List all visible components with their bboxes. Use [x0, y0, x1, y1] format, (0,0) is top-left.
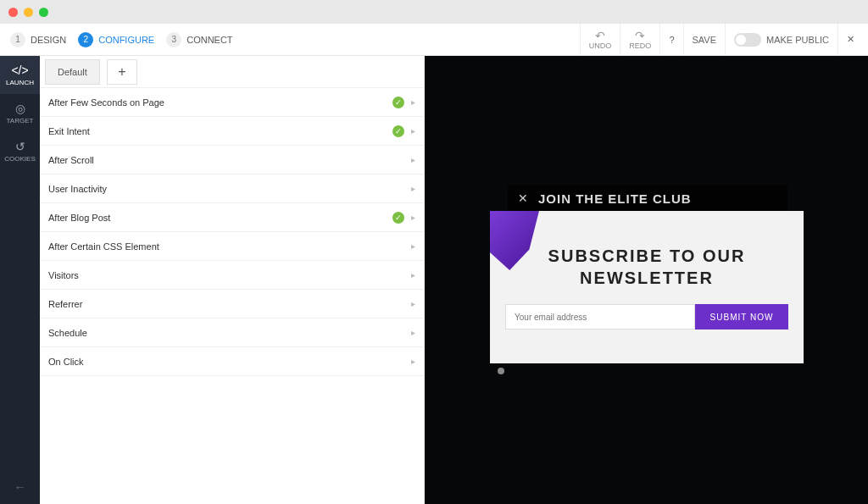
- email-field[interactable]: [505, 304, 695, 330]
- rail-launch[interactable]: </>LAUNCH: [0, 56, 40, 94]
- popup-close-icon[interactable]: ✕: [518, 191, 528, 205]
- config-panel: Default + After Few Seconds on Page✓▸Exi…: [40, 56, 425, 504]
- app-header: 1 DESIGN 2 CONFIGURE 3 CONNECT ↶UNDO ↷RE…: [0, 24, 868, 56]
- close-window-button[interactable]: [8, 8, 18, 17]
- chevron-right-icon: ▸: [411, 241, 415, 251]
- popup-card: SUBSCRIBE TO OURNEWSLETTER SUBMIT NOW: [490, 211, 804, 363]
- trigger-label: Visitors: [48, 270, 79, 280]
- maximize-window-button[interactable]: [39, 8, 48, 17]
- trigger-row[interactable]: After Scroll▸: [40, 146, 424, 174]
- trigger-row[interactable]: After Few Seconds on Page✓▸: [40, 88, 424, 117]
- trigger-label: Schedule: [48, 328, 87, 338]
- popup-accent: [490, 211, 539, 270]
- target-icon: ◎: [15, 102, 25, 115]
- redo-button[interactable]: ↷REDO: [620, 24, 659, 56]
- help-button[interactable]: ?: [659, 24, 682, 56]
- popup-head-title: JOIN THE ELITE CLUB: [538, 191, 692, 206]
- trigger-row[interactable]: After Blog Post✓▸: [40, 203, 424, 232]
- trigger-label: Exit Intent: [48, 126, 90, 136]
- redo-icon: ↷: [635, 30, 645, 42]
- undo-button[interactable]: ↶UNDO: [580, 24, 620, 56]
- code-icon: </>: [11, 64, 28, 77]
- close-icon: ✕: [847, 34, 854, 45]
- trigger-label: Referrer: [48, 299, 82, 309]
- chevron-right-icon: ▸: [411, 328, 415, 337]
- tab-bar: Default +: [40, 56, 424, 88]
- trigger-row[interactable]: Exit Intent✓▸: [40, 117, 424, 146]
- chevron-right-icon: ▸: [411, 270, 415, 280]
- help-icon: ?: [669, 35, 674, 45]
- trigger-label: After Blog Post: [48, 213, 110, 223]
- popup-title: SUBSCRIBE TO OURNEWSLETTER: [548, 245, 746, 289]
- save-button[interactable]: SAVE: [683, 24, 726, 56]
- rail-target[interactable]: ◎TARGET: [0, 94, 40, 132]
- back-button[interactable]: ←: [0, 470, 40, 504]
- trigger-label: On Click: [48, 357, 84, 367]
- check-icon: ✓: [392, 125, 404, 137]
- trigger-row[interactable]: On Click▸: [40, 347, 424, 376]
- trigger-row[interactable]: After Certain CSS Element▸: [40, 232, 424, 261]
- chevron-right-icon: ▸: [411, 357, 415, 366]
- trigger-row[interactable]: Schedule▸: [40, 318, 424, 347]
- popup-header: ✕ JOIN THE ELITE CLUB: [508, 186, 787, 211]
- step-connect[interactable]: 3 CONNECT: [166, 32, 232, 47]
- chevron-right-icon: ▸: [411, 213, 415, 222]
- step-nav: 1 DESIGN 2 CONFIGURE 3 CONNECT: [10, 32, 233, 47]
- step-configure[interactable]: 2 CONFIGURE: [78, 32, 154, 47]
- left-rail: </>LAUNCH ◎TARGET ↺COOKIES ←: [0, 56, 40, 504]
- check-icon: ✓: [392, 212, 404, 224]
- minimize-window-button[interactable]: [24, 8, 33, 17]
- window-titlebar: [0, 0, 868, 24]
- preview-pane: ✕ JOIN THE ELITE CLUB SUBSCRIBE TO OURNE…: [425, 56, 868, 504]
- make-public-toggle[interactable]: MAKE PUBLIC: [725, 24, 837, 56]
- arrow-left-icon: ←: [14, 480, 26, 494]
- chevron-right-icon: ▸: [411, 184, 415, 193]
- trigger-row[interactable]: Referrer▸: [40, 290, 424, 318]
- trigger-list: After Few Seconds on Page✓▸Exit Intent✓▸…: [40, 88, 424, 504]
- tab-default[interactable]: Default: [45, 59, 100, 85]
- trigger-label: After Scroll: [48, 155, 94, 165]
- chevron-right-icon: ▸: [411, 155, 415, 164]
- slider-indicator: [498, 368, 504, 374]
- rail-cookies[interactable]: ↺COOKIES: [0, 132, 40, 170]
- trigger-row[interactable]: User Inactivity▸: [40, 174, 424, 203]
- submit-button[interactable]: SUBMIT NOW: [695, 304, 788, 330]
- header-actions: ↶UNDO ↷REDO ? SAVE MAKE PUBLIC ✕: [580, 24, 863, 56]
- trigger-label: After Certain CSS Element: [48, 241, 159, 252]
- chevron-right-icon: ▸: [411, 97, 415, 107]
- chevron-right-icon: ▸: [411, 126, 415, 136]
- add-tab-button[interactable]: +: [107, 59, 137, 85]
- trigger-row[interactable]: Visitors▸: [40, 261, 424, 290]
- close-button[interactable]: ✕: [837, 24, 863, 56]
- popup-form: SUBMIT NOW: [505, 304, 788, 330]
- undo-icon: ↶: [595, 30, 605, 42]
- trigger-label: User Inactivity: [48, 184, 107, 194]
- toggle-icon: [734, 33, 761, 47]
- chevron-right-icon: ▸: [411, 299, 415, 308]
- trigger-label: After Few Seconds on Page: [48, 97, 164, 108]
- cookies-icon: ↺: [15, 140, 25, 153]
- check-icon: ✓: [392, 97, 404, 108]
- step-design[interactable]: 1 DESIGN: [10, 32, 66, 47]
